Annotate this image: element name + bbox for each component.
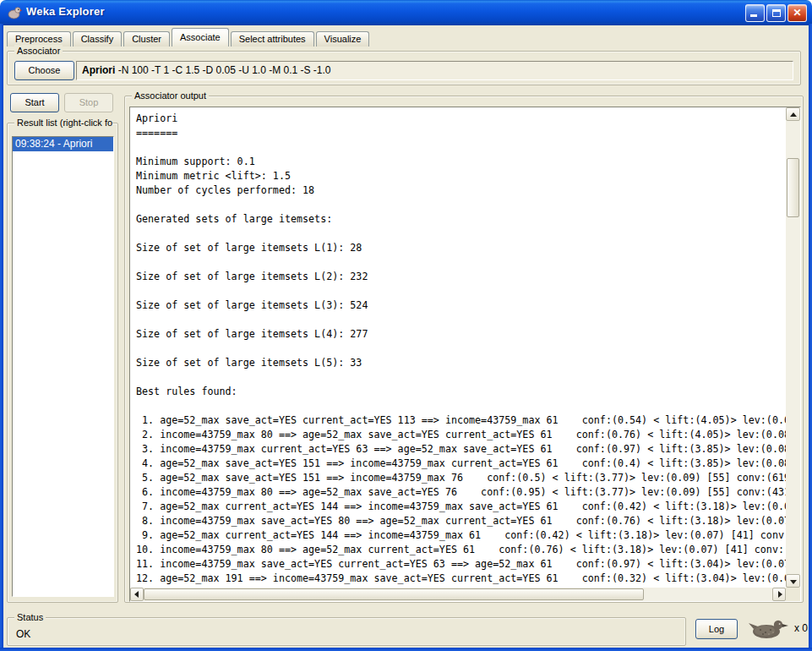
output-textarea: Apriori ======= Minimum support: 0.1 Min… — [129, 107, 801, 602]
window-border-bottom — [0, 648, 812, 651]
result-list-group-label: Result list (right-click for o — [14, 117, 112, 129]
close-icon: ✕ — [793, 7, 801, 19]
arrow-down-icon — [790, 580, 797, 584]
status-group-label: Status — [14, 611, 46, 623]
stop-button[interactable]: Stop — [64, 93, 113, 112]
scheme-name: Apriori — [82, 64, 115, 76]
associator-groupbox: Associator Choose Apriori -N 100 -T 1 -C… — [7, 51, 801, 85]
close-button[interactable]: ✕ — [787, 4, 807, 22]
scheme-options: -N 100 -T 1 -C 1.5 -D 0.05 -U 1.0 -M 0.1… — [115, 64, 330, 76]
scheme-field[interactable]: Apriori -N 100 -T 1 -C 1.5 -D 0.05 -U 1.… — [76, 61, 793, 80]
minimize-icon — [750, 14, 757, 17]
scroll-down-button[interactable] — [786, 574, 800, 588]
result-list[interactable]: 09:38:24 - Apriori — [12, 136, 114, 597]
arrow-up-icon — [790, 112, 797, 117]
titlebar[interactable]: Weka Explorer ✕ — [0, 0, 812, 25]
tab-bar: PreprocessClassifyClusterAssociateSelect… — [7, 28, 371, 46]
tab-associate[interactable]: Associate — [172, 28, 229, 46]
vertical-scrollbar-thumb[interactable] — [787, 158, 799, 217]
result-list-item[interactable]: 09:38:24 - Apriori — [13, 137, 113, 151]
arrow-right-icon — [778, 591, 782, 598]
choose-button[interactable]: Choose — [14, 61, 74, 80]
result-list-groupbox: Result list (right-click for o 09:38:24 … — [7, 123, 118, 603]
weka-bird-icon — [7, 5, 22, 20]
maximize-button[interactable] — [766, 4, 786, 22]
arrow-left-icon — [134, 591, 139, 598]
bird-counter: x 0 — [794, 622, 808, 634]
status-groupbox: Status OK — [7, 617, 686, 646]
associator-output-groupbox: Associator output Apriori ======= Minimu… — [124, 96, 804, 603]
tab-cluster[interactable]: Cluster — [123, 31, 170, 46]
client-area: PreprocessClassifyClusterAssociateSelect… — [3, 25, 809, 648]
scroll-left-button[interactable] — [130, 588, 144, 601]
minimize-button[interactable] — [745, 4, 765, 22]
weka-explorer-window: Weka Explorer ✕ PreprocessClassifyCluste… — [0, 0, 812, 651]
start-button[interactable]: Start — [10, 93, 59, 112]
scroll-right-button[interactable] — [772, 588, 786, 601]
output-viewport[interactable]: Apriori ======= Minimum support: 0.1 Min… — [130, 107, 786, 588]
associator-group-label: Associator — [14, 45, 63, 57]
associator-output-text[interactable]: Apriori ======= Minimum support: 0.1 Min… — [130, 107, 786, 588]
tab-visualize[interactable]: Visualize — [316, 31, 370, 46]
tab-classify[interactable]: Classify — [73, 31, 123, 46]
log-button[interactable]: Log — [695, 619, 738, 639]
tab-select-attributes[interactable]: Select attributes — [231, 31, 314, 46]
scrollbar-corner — [786, 588, 800, 601]
associator-output-group-label: Associator output — [132, 90, 209, 101]
window-border-right — [809, 24, 812, 651]
horizontal-scrollbar[interactable] — [130, 588, 786, 601]
status-text: OK — [16, 628, 30, 640]
weka-status-bird-icon — [748, 615, 790, 641]
horizontal-scrollbar-thumb[interactable] — [144, 588, 644, 600]
window-title: Weka Explorer — [26, 5, 105, 18]
maximize-icon — [772, 9, 781, 17]
vertical-scrollbar[interactable] — [786, 107, 800, 588]
scroll-up-button[interactable] — [786, 107, 800, 121]
